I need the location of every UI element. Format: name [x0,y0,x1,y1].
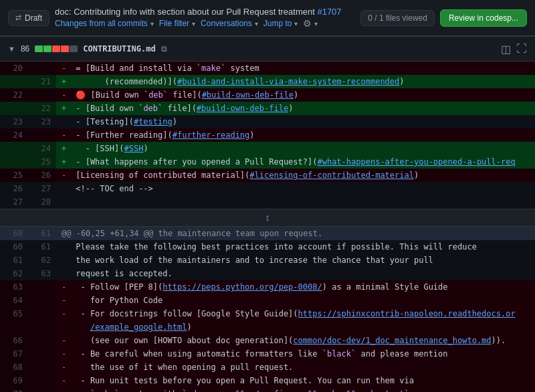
hunk-expand-cell: ↕ [0,209,535,227]
new-line-num: 26 [28,169,56,182]
jump-to-chevron-icon[interactable]: ▾ [294,20,298,27]
new-line-num [28,387,56,392]
old-line-num [0,75,28,88]
new-line-num [28,334,56,347]
new-line-num: 24 [28,142,56,155]
table-row: 26 27 <!-- TOC end --> [0,182,535,195]
old-line-num: 69 [0,374,28,387]
new-line-num: 23 [28,115,56,128]
new-line-num [28,320,56,334]
old-line-num: 24 [0,128,28,142]
new-line-num: 28 [28,195,56,209]
new-line-num: 27 [28,182,56,195]
old-line-num: 61 [0,254,28,267]
table-row: 69 - - Run unit tests before you open a … [0,374,535,387]
table-row: 22 - 🔴 [Build own `deb` file](#build-own… [0,88,535,102]
new-line-num [28,361,56,374]
conversations-link[interactable]: Conversations [201,19,252,28]
view-toggle-button[interactable]: ◫ [501,43,511,56]
pr-number[interactable]: #1707 [317,7,341,17]
file-filter-link[interactable]: File filter [159,19,189,28]
header-title-block: doc: Contributing info with section abou… [55,7,355,29]
new-line-num [28,374,56,387]
jump-to-link[interactable]: Jump to [263,19,292,28]
table-row: 60 61 Please take the following best pra… [0,240,535,254]
neutral-pill [70,45,78,52]
diff-line-content: - for Python Code [56,294,535,307]
draft-button[interactable]: ⇄ Draft [8,10,49,26]
new-line-num [28,347,56,361]
added-pill [35,45,43,52]
diff-line-content: - - Follow [PEP 8](https://peps.python.o… [56,280,535,294]
diff-line-content: - - Be careful when using automatic form… [56,347,535,361]
table-row: 70 - `make`-system with `cd common && ./… [0,387,535,392]
table-row: 24 + - [SSH](#SSH) [0,142,535,155]
hunk-header-row: 60 61 @@ -60,25 +61,34 @@ the maintenanc… [0,227,535,241]
diff-line-content: - [Testing](#testing) [56,115,535,128]
pr-title: doc: Contributing info with section abou… [55,7,355,17]
table-row: 25 + - [What happens after you opened a … [0,155,535,169]
diff-line-content: Please take the following best practices… [56,240,535,254]
pr-header: ⇄ Draft doc: Contributing info with sect… [0,0,535,36]
diff-line-content: <!-- TOC end --> [56,182,535,195]
diff-line-content: + - [Build own `deb` file](#build-own-de… [56,102,535,115]
old-line-num: 62 [0,267,28,280]
removed-pill2 [61,45,69,52]
new-line-num: 25 [28,155,56,169]
new-line-num [28,307,56,320]
old-line-num: 20 [0,62,28,75]
added-pill2 [43,45,51,52]
diff-line-content: + (recommended)](#build-and-install-via-… [56,75,535,88]
review-button[interactable]: Review in codesp... [440,9,527,27]
removed-pill [52,45,60,52]
old-line-num: 65 [0,307,28,320]
view-expand-button[interactable]: ⛶ [516,43,527,55]
expand-file-button[interactable]: ▼ [8,45,15,53]
new-line-num: 21 [28,75,56,88]
settings-chevron-icon[interactable]: ▾ [314,20,318,27]
diff-line-content: - [Licensing of contributed material](#l… [56,169,535,182]
expand-hunk-button[interactable]: ↕ [260,211,276,224]
old-line-num [0,142,28,155]
diff-line-content: - the use of it when opening a pull requ… [56,361,535,374]
conversations-chevron-icon[interactable]: ▾ [255,20,258,27]
old-line-num: 60 [0,227,28,241]
diff-line-content: - = [Build and install via `make` system [56,62,535,75]
table-row: 27 28 [0,195,535,209]
old-line-num: 26 [0,182,28,195]
file-filter-chevron-icon[interactable]: ▾ [192,20,195,27]
diff-line-content: - 🔴 [Build own `deb` file](#build-own-de… [56,88,535,102]
changes-from-link[interactable]: Changes from all commits [55,19,148,28]
settings-icon[interactable]: ⚙ [303,18,312,29]
old-line-num: 68 [0,361,28,374]
new-line-num: 61 [28,227,56,241]
table-row: 64 - for Python Code [0,294,535,307]
table-row: 21 + (recommended)](#build-and-install-v… [0,75,535,88]
old-line-num: 67 [0,347,28,361]
old-line-num: 63 [0,280,28,294]
diff-line-content: - (see our own [HOWTO about doc generati… [56,334,535,347]
new-line-num [28,128,56,142]
diff-outer: 20 - = [Build and install via `make` sys… [0,62,535,392]
new-line-num: 61 [28,240,56,254]
diff-line-content: - `make`-system with `cd common && ./con… [56,387,535,392]
table-row: 62 63 request is accepted. [0,267,535,280]
pr-title-text: doc: Contributing info with section abou… [55,7,315,17]
diff-pills [35,45,78,52]
table-row: 66 - (see our own [HOWTO about doc gener… [0,334,535,347]
new-line-num: 22 [28,102,56,115]
old-line-num: 60 [0,240,28,254]
files-viewed-badge: 0 / 1 files viewed [360,10,435,26]
table-row: /example_google.html) [0,320,535,334]
changes-chevron-icon[interactable]: ▾ [150,20,154,27]
old-line-num: 27 [0,195,28,209]
new-line-num: 63 [28,267,56,280]
diff-line-content: - - For docstrings follow [Google Style … [56,307,535,320]
table-row: 25 26 - [Licensing of contributed materi… [0,169,535,182]
new-line-num [28,62,56,75]
copy-path-button[interactable]: ⧉ [161,44,167,54]
diff-line-content: + - [What happens after you opened a Pul… [56,155,535,169]
diff-line-content: the work load of the maintainers and to … [56,254,535,267]
expand-up-icon: ↕ [265,212,270,223]
hunk-header-text: @@ -60,25 +61,34 @@ the maintenance team… [56,227,535,241]
